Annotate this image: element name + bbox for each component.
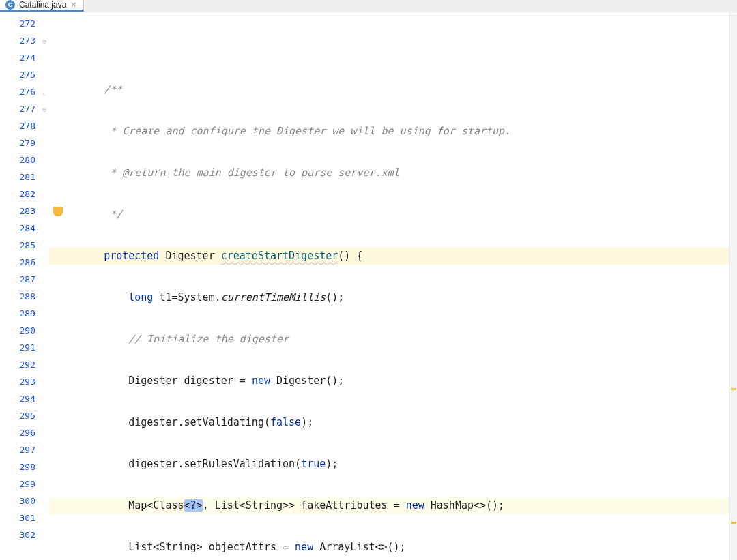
line-number: 293: [0, 373, 49, 390]
java-class-icon: C: [5, 0, 15, 10]
ide-window: C Catalina.java × 272273⊖274275276⌞277⊖2…: [0, 0, 737, 560]
line-number: 302: [0, 527, 49, 544]
line-number: 295: [0, 407, 49, 424]
line-number: 294: [0, 390, 49, 407]
code-line[interactable]: List<String> objectAttrs = new ArrayList…: [49, 539, 729, 556]
close-icon[interactable]: ×: [70, 0, 76, 10]
line-number-gutter: 272273⊖274275276⌞277⊖2782792802812822832…: [0, 12, 49, 560]
fold-open-icon[interactable]: ⊖: [42, 32, 46, 49]
line-number: 283: [0, 203, 49, 220]
line-number: 291: [0, 339, 49, 356]
line-number: 274: [0, 49, 49, 66]
code-line[interactable]: digester.setRulesValidation(true);: [49, 456, 729, 473]
line-number: 284: [0, 220, 49, 237]
line-number: 272: [0, 15, 49, 32]
code-line[interactable]: protected Digester createStartDigester()…: [49, 248, 729, 265]
line-number: 301: [0, 510, 49, 527]
code-line[interactable]: */: [49, 206, 729, 223]
line-number: 287: [0, 271, 49, 288]
line-number: 289: [0, 305, 49, 322]
line-number: 286: [0, 254, 49, 271]
code-line[interactable]: * Create and configure the Digester we w…: [49, 123, 729, 140]
code-line[interactable]: // Initialize the digester: [49, 331, 729, 348]
code-area[interactable]: /** * Create and configure the Digester …: [49, 12, 729, 560]
line-number: 288: [0, 288, 49, 305]
line-number: 300: [0, 492, 49, 510]
line-number: 273⊖: [0, 32, 49, 49]
line-number: 276⌞: [0, 83, 49, 100]
line-number: 275: [0, 66, 49, 83]
code-line[interactable]: long t1=System.currentTimeMillis();: [49, 289, 729, 306]
line-number: 296: [0, 424, 49, 441]
text-selection: <?>: [184, 499, 203, 512]
line-number: 278: [0, 117, 49, 134]
line-number: 298: [0, 458, 49, 475]
tab-bar: C Catalina.java ×: [0, 0, 737, 12]
line-number: 292: [0, 356, 49, 373]
line-number: 280: [0, 151, 49, 168]
line-number: 279: [0, 134, 49, 151]
file-tab-catalina[interactable]: C Catalina.java ×: [0, 0, 84, 12]
line-number: 297: [0, 441, 49, 458]
line-number: 277⊖: [0, 100, 49, 117]
tab-title: Catalina.java: [19, 0, 66, 10]
line-number: 285: [0, 237, 49, 254]
line-number: 290: [0, 322, 49, 339]
line-number: 282: [0, 186, 49, 203]
fold-method-icon[interactable]: ⊖: [42, 100, 46, 117]
code-line-current[interactable]: Map<Class<?>, List<String>> fakeAttribut…: [49, 497, 729, 514]
line-number: 281: [0, 168, 49, 186]
code-line[interactable]: /**: [49, 81, 729, 98]
editor[interactable]: 272273⊖274275276⌞277⊖2782792802812822832…: [0, 12, 737, 560]
code-line[interactable]: digester.setValidating(false);: [49, 414, 729, 431]
marker-strip[interactable]: [729, 12, 737, 560]
code-line[interactable]: Digester digester = new Digester();: [49, 372, 729, 389]
code-line[interactable]: * @return the main digester to parse ser…: [49, 164, 729, 181]
code-line[interactable]: [49, 40, 729, 57]
fold-close-icon[interactable]: ⌞: [42, 83, 46, 100]
line-number: 299: [0, 475, 49, 492]
